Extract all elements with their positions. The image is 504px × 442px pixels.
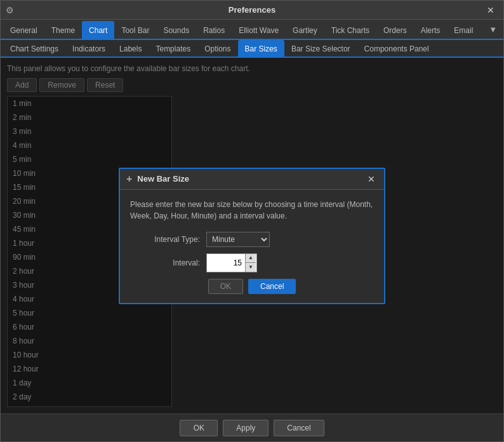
tab-theme[interactable]: Theme: [44, 21, 82, 39]
modal-cancel-button[interactable]: Cancel: [248, 279, 296, 294]
tab2-bar-sizes[interactable]: Bar Sizes: [238, 40, 284, 57]
modal-title: New Bar Size: [137, 174, 189, 184]
modal-plus-icon: +: [126, 173, 132, 185]
tab2-chart-settings[interactable]: Chart Settings: [3, 40, 65, 57]
interval-increment-button[interactable]: ▲: [246, 254, 256, 263]
tab-chart[interactable]: Chart: [82, 21, 114, 39]
apply-button[interactable]: Apply: [223, 420, 269, 436]
interval-label: Interval:: [130, 258, 200, 267]
tab-tick-charts[interactable]: Tick Charts: [324, 21, 376, 39]
tab2-indicators[interactable]: Indicators: [65, 40, 112, 57]
modal-ok-button[interactable]: OK: [208, 279, 243, 294]
modal-body: Please enter the new bar size below by c…: [120, 190, 384, 303]
content-area: This panel allows you to configure the a…: [1, 58, 503, 413]
interval-type-label: Interval Type:: [130, 235, 200, 244]
tab2-components-panel[interactable]: Components Panel: [357, 40, 436, 57]
sub-tab-bar: Chart Settings Indicators Labels Templat…: [1, 40, 503, 58]
cancel-button[interactable]: Cancel: [274, 420, 324, 436]
tab2-templates[interactable]: Templates: [149, 40, 197, 57]
tab-gartley[interactable]: Gartley: [286, 21, 324, 39]
title-bar: ⚙ Preferences ✕: [1, 1, 503, 20]
tab-orders[interactable]: Orders: [376, 21, 414, 39]
tab-alerts[interactable]: Alerts: [414, 21, 448, 39]
tab-elliott-wave[interactable]: Elliott Wave: [232, 21, 286, 39]
new-bar-size-modal: + New Bar Size ✕ Please enter the new ba…: [119, 168, 385, 304]
tab-email[interactable]: Email: [447, 21, 480, 39]
modal-overlay: + New Bar Size ✕ Please enter the new ba…: [1, 58, 503, 413]
tab-toolbar[interactable]: Tool Bar: [114, 21, 156, 39]
interval-type-select[interactable]: MonthWeekDayHourMinute: [206, 232, 270, 247]
preferences-window: ⚙ Preferences ✕ General Theme Chart Tool…: [0, 0, 504, 442]
modal-title-bar: + New Bar Size ✕: [120, 169, 384, 190]
title-bar-left: ⚙: [6, 5, 14, 15]
tab-ratios[interactable]: Ratios: [196, 21, 232, 39]
main-tab-bar: General Theme Chart Tool Bar Sounds Rati…: [1, 20, 503, 40]
interval-input-wrapper: ▲ ▼: [206, 253, 257, 272]
bottom-bar: OK Apply Cancel: [1, 413, 503, 441]
interval-type-row: Interval Type: MonthWeekDayHourMinute: [130, 232, 374, 247]
tab-sounds[interactable]: Sounds: [156, 21, 196, 39]
interval-input[interactable]: [207, 257, 245, 269]
interval-spinner: ▲ ▼: [245, 254, 256, 272]
ok-button[interactable]: OK: [180, 420, 218, 436]
interval-row: Interval: ▲ ▼: [130, 253, 374, 272]
tab2-labels[interactable]: Labels: [112, 40, 149, 57]
gear-icon: ⚙: [6, 5, 14, 15]
window-title: Preferences: [229, 5, 275, 15]
tab-more-button[interactable]: ▼: [485, 22, 501, 37]
tab2-options[interactable]: Options: [197, 40, 237, 57]
modal-title-left: + New Bar Size: [126, 173, 189, 185]
tab2-bar-size-selector[interactable]: Bar Size Selector: [284, 40, 357, 57]
tab-general[interactable]: General: [3, 21, 44, 39]
modal-close-button[interactable]: ✕: [365, 173, 378, 185]
modal-button-row: OK Cancel: [130, 279, 374, 294]
window-close-button[interactable]: ✕: [483, 4, 498, 17]
modal-description: Please enter the new bar size below by c…: [130, 199, 374, 222]
interval-decrement-button[interactable]: ▼: [246, 263, 256, 272]
